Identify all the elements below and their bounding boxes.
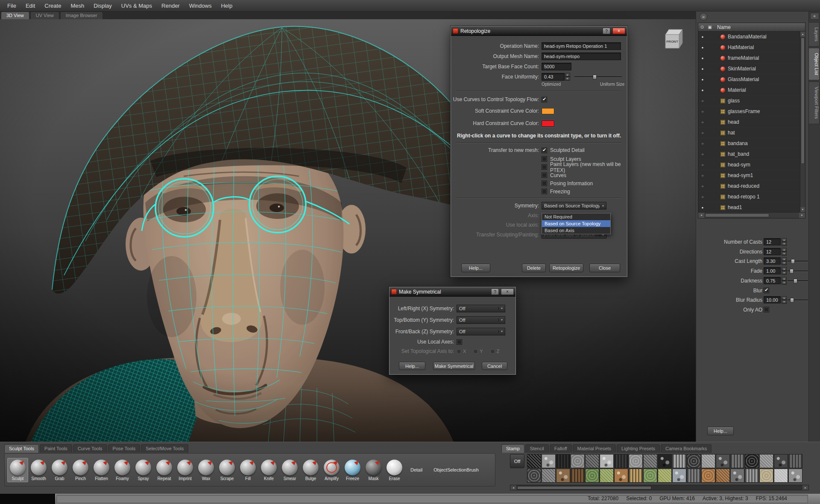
stamp-thumbnail[interactable] bbox=[614, 454, 628, 468]
menu-item-display[interactable]: Display bbox=[89, 0, 117, 11]
stamp-thumbnail[interactable] bbox=[672, 469, 686, 483]
spinner[interactable]: ▲▼ bbox=[782, 267, 787, 274]
output-mesh-input[interactable]: head-sym-retopo bbox=[542, 52, 621, 60]
tool-repeat[interactable]: Repeat bbox=[154, 458, 175, 482]
tool-spray[interactable]: Spray bbox=[133, 458, 154, 482]
checkbox-only-ao[interactable] bbox=[764, 307, 769, 312]
help-icon[interactable]: ? bbox=[491, 288, 499, 295]
close-button[interactable]: Close bbox=[589, 264, 620, 272]
stamp-thumbnail[interactable] bbox=[687, 454, 701, 468]
stamp-thumbnail[interactable] bbox=[556, 454, 570, 468]
menu-item-file[interactable]: File bbox=[3, 0, 21, 11]
spinner-up-icon[interactable]: ▲ bbox=[782, 238, 787, 242]
operation-name-input[interactable]: head-sym Retopo Operation 1 bbox=[542, 42, 621, 50]
stamp-thumbnail[interactable] bbox=[774, 469, 788, 483]
menu-item-mesh[interactable]: Mesh bbox=[66, 0, 89, 11]
face-count-input[interactable]: 5000 bbox=[542, 63, 571, 70]
value-field[interactable]: 0.75 bbox=[764, 277, 781, 284]
stamp-thumbnail[interactable] bbox=[614, 469, 628, 483]
tool-smear[interactable]: Smear bbox=[279, 458, 300, 482]
stamp-thumbnail[interactable] bbox=[788, 469, 802, 483]
tool-tab-sculpt-tools[interactable]: Sculpt Tools bbox=[4, 444, 39, 453]
tool-imprint[interactable]: Imprint bbox=[175, 458, 196, 482]
spinner[interactable]: ▲▼ bbox=[782, 277, 787, 284]
tool-fill[interactable]: Fill bbox=[237, 458, 258, 482]
spinner-up-icon[interactable]: ▲ bbox=[565, 73, 570, 77]
delete-button[interactable]: Delete bbox=[522, 264, 546, 272]
tool-amplify[interactable]: Amplify bbox=[321, 458, 342, 482]
stamp-thumbnail[interactable] bbox=[527, 469, 541, 483]
dropdown-option-based-on-source-topology[interactable]: Based on Source Topology bbox=[542, 220, 610, 227]
uniformity-input[interactable]: 0.43 bbox=[542, 73, 565, 81]
checkbox-freezing[interactable] bbox=[542, 189, 547, 194]
symmetry-dropdown[interactable]: Based on Source Topology ▼ bbox=[542, 202, 606, 210]
value-field[interactable]: 12 bbox=[764, 238, 781, 245]
tool-sculpt[interactable]: Sculpt bbox=[7, 458, 28, 482]
tool-scrape[interactable]: Scrape bbox=[217, 458, 237, 482]
spinner[interactable]: ▲▼ bbox=[782, 248, 787, 255]
value-field[interactable]: 3.30 bbox=[764, 257, 781, 265]
menu-item-create[interactable]: Create bbox=[40, 0, 66, 11]
stamp-thumbnail[interactable] bbox=[745, 454, 759, 468]
tool-objectselectionbrush[interactable]: ObjectSelectionBrush bbox=[428, 467, 484, 472]
sculpted-detail-checkbox[interactable] bbox=[542, 148, 547, 153]
checkbox-blur[interactable] bbox=[764, 288, 769, 293]
close-icon[interactable]: × bbox=[612, 28, 625, 34]
checkbox-paint-layers-new-mesh-will-be-ptex[interactable] bbox=[542, 164, 547, 170]
value-field[interactable]: 12 bbox=[764, 248, 781, 255]
stamp-thumbnail[interactable] bbox=[687, 469, 701, 483]
checkbox-posing-information[interactable] bbox=[542, 181, 547, 186]
tool-flatten[interactable]: Flatten bbox=[91, 458, 112, 482]
stamp-thumbnail[interactable] bbox=[527, 454, 541, 468]
side-tab-viewport-filters[interactable]: Viewport Filters bbox=[809, 82, 820, 124]
menu-item-help[interactable]: Help bbox=[216, 0, 237, 11]
tool-tab-curve-tools[interactable]: Curve Tools bbox=[73, 444, 107, 453]
stamp-thumbnail[interactable] bbox=[788, 454, 802, 468]
stamp-thumbnail[interactable] bbox=[730, 454, 744, 468]
slider[interactable] bbox=[788, 297, 808, 303]
help-icon[interactable]: ? bbox=[603, 28, 610, 34]
spinner[interactable]: ▲▼ bbox=[782, 296, 787, 303]
view-tab-image-browser[interactable]: Image Browser bbox=[60, 12, 103, 19]
spinner[interactable]: ▲▼ bbox=[782, 257, 787, 265]
help-button[interactable]: Help... bbox=[399, 362, 425, 370]
stamp-thumbnail[interactable] bbox=[542, 469, 556, 483]
stamp-thumbnail[interactable] bbox=[716, 454, 730, 468]
spinner-up-icon[interactable]: ▲ bbox=[782, 267, 787, 271]
hard-constraint-color-swatch[interactable] bbox=[542, 120, 554, 127]
dialog-titlebar[interactable]: Retopologize ? × bbox=[451, 26, 627, 36]
menu-item-edit[interactable]: Edit bbox=[21, 0, 40, 11]
stamp-thumbnail[interactable] bbox=[600, 454, 614, 468]
scroll-right-icon[interactable]: ► bbox=[802, 485, 808, 490]
properties-help-button[interactable]: Help... bbox=[707, 427, 734, 435]
tool-tab-paint-tools[interactable]: Paint Tools bbox=[40, 444, 72, 453]
scroll-left-icon[interactable]: ◄ bbox=[510, 485, 516, 490]
dropdown-option-based-on-axis[interactable]: Based on Axis bbox=[542, 227, 610, 234]
uniformity-slider[interactable] bbox=[574, 74, 622, 80]
checkbox-sculpt-layers[interactable] bbox=[542, 156, 547, 162]
spinner-down-icon[interactable]: ▼ bbox=[782, 252, 787, 256]
tool-wax[interactable]: Wax bbox=[196, 458, 217, 482]
stamp-thumbnail[interactable] bbox=[600, 469, 614, 483]
spinner-down-icon[interactable]: ▼ bbox=[782, 281, 787, 285]
symmetry-dropdown[interactable]: Off▼ bbox=[457, 316, 505, 324]
radio-axis-x[interactable] bbox=[457, 349, 461, 354]
slider[interactable] bbox=[788, 258, 808, 264]
dialog-titlebar[interactable]: Make Symmetrical ? × bbox=[390, 287, 515, 297]
slider[interactable] bbox=[788, 278, 808, 284]
tool-knife[interactable]: Knife bbox=[258, 458, 279, 482]
scrollbar-thumb[interactable] bbox=[517, 486, 651, 489]
tool-tab-pose-tools[interactable]: Pose Tools bbox=[108, 444, 141, 453]
stamp-thumbnail[interactable] bbox=[672, 454, 686, 468]
stamp-thumbnail[interactable] bbox=[585, 454, 599, 468]
tool-bulge[interactable]: Bulge bbox=[300, 458, 321, 482]
spinner[interactable]: ▲▼ bbox=[782, 238, 787, 245]
stamp-off-button[interactable]: Off bbox=[510, 454, 524, 468]
view-tab-uv-view[interactable]: UV View bbox=[30, 12, 59, 19]
stamp-thumbnail[interactable] bbox=[643, 469, 657, 483]
stamp-thumbnail[interactable] bbox=[745, 469, 759, 483]
preset-tab-falloff[interactable]: Falloff bbox=[550, 444, 572, 453]
uniformity-spinner[interactable]: ▲ ▼ bbox=[565, 73, 570, 81]
stamp-thumbnail[interactable] bbox=[716, 469, 730, 483]
stamp-thumbnail[interactable] bbox=[701, 469, 715, 483]
